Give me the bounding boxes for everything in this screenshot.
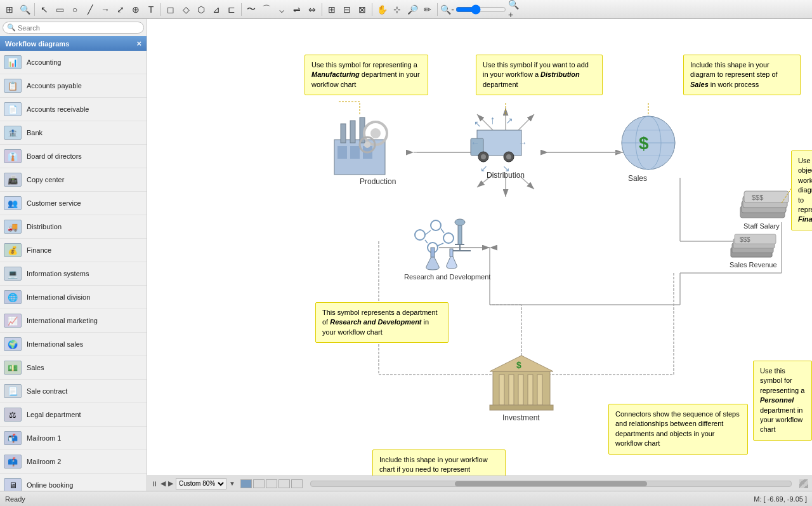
canvas-area[interactable]: Production ↑ ← → ↙ ↘ ↗ ↖ Distribu (147, 19, 812, 491)
svg-marker-95 (490, 356, 553, 371)
draw-tool-2[interactable]: ⌒ (259, 3, 273, 17)
list-item-information_systems[interactable]: 💻Information systems (0, 262, 147, 286)
draw-tool-3[interactable]: ⌵ (275, 3, 289, 17)
zoom-select[interactable]: Custom 80% 50% 75% 100% 125% 150% (176, 478, 226, 489)
list-item-online_booking[interactable]: 🖥Online booking (0, 474, 147, 491)
page-indicator-4[interactable] (278, 479, 290, 488)
ellipse-tool[interactable]: ○ (68, 3, 82, 17)
svg-text:Investment: Investment (502, 413, 540, 422)
svg-point-74 (431, 220, 441, 230)
svg-rect-28 (337, 146, 347, 159)
list-item-icon-legal_department: ⚖ (4, 406, 22, 423)
svg-rect-94 (537, 375, 542, 405)
svg-text:Research and Development: Research and Development (404, 273, 490, 281)
list-item-label-mailroom_1: Mailroom 1 (27, 434, 61, 442)
play-btn[interactable]: ⏸ (151, 480, 158, 488)
text-tool[interactable]: T (144, 3, 158, 17)
list-item-international_marketing[interactable]: 📈International marketing (0, 309, 147, 333)
status-bar: Ready M: [ -6.69, -9.05 ] (0, 491, 812, 506)
search-box[interactable]: 🔍 (3, 22, 144, 34)
svg-rect-31 (341, 124, 346, 143)
list-item-icon-information_systems: 💻 (4, 265, 22, 283)
h-scrollbar[interactable] (310, 481, 792, 487)
svg-text:Distribution: Distribution (487, 171, 525, 180)
list-item-international_division[interactable]: 🌐International division (0, 286, 147, 309)
pan-tool[interactable]: ✋ (375, 3, 389, 17)
list-item-copy_center[interactable]: 📠Copy center (0, 168, 147, 192)
shape-tool-1[interactable]: ◻ (164, 3, 178, 17)
tooltip-distribution: Use this symbol if you want to add in yo… (476, 55, 603, 95)
zoom-out-btn[interactable]: 🔍- (440, 3, 454, 17)
select-tool[interactable]: ⊹ (390, 3, 404, 17)
list-item-icon-online_booking: 🖥 (4, 476, 22, 491)
svg-text:Production: Production (360, 177, 396, 186)
page-indicator-2[interactable] (253, 479, 265, 488)
list-item-label-bank: Bank (27, 129, 43, 136)
shape-tool-5[interactable]: ⊏ (225, 3, 239, 17)
arrow-tool[interactable]: → (98, 3, 112, 17)
list-item-distribution[interactable]: 🚚Distribution (0, 215, 147, 239)
draw-tool-4[interactable]: ⇌ (290, 3, 304, 17)
draw-tool-5[interactable]: ⇔ (305, 3, 319, 17)
ready-label: Ready (5, 495, 25, 503)
group-tool-2[interactable]: ⊟ (340, 3, 354, 17)
waypoint-tool[interactable]: ⊕ (129, 3, 143, 17)
shape-tool-3[interactable]: ⬡ (194, 3, 208, 17)
svg-line-79 (438, 243, 443, 246)
search-btn[interactable]: 🔍 (18, 3, 32, 17)
list-item-bank[interactable]: 🏦Bank (0, 121, 147, 145)
draw-tool-1[interactable]: 〜 (244, 3, 258, 17)
shape-tool-2[interactable]: ◇ (179, 3, 193, 17)
svg-text:↖: ↖ (474, 119, 481, 129)
page-indicator-3[interactable] (266, 479, 277, 488)
svg-text:→: → (518, 138, 527, 148)
list-item-international_sales[interactable]: 🌍International sales (0, 333, 147, 356)
group-tool-1[interactable]: ⊞ (325, 3, 339, 17)
list-item-label-mailroom_2: Mailroom 2 (27, 458, 61, 465)
list-item-board_of_directors[interactable]: 👔Board of directors (0, 145, 147, 168)
group-tool-3[interactable]: ⊠ (355, 3, 369, 17)
svg-rect-93 (528, 375, 533, 405)
tooltip-research: This symbol represents a department of R… (315, 302, 449, 343)
list-item-icon-accounting: 📊 (4, 53, 22, 71)
page-indicator-5[interactable] (291, 479, 303, 488)
shape-tool-4[interactable]: ⊿ (209, 3, 223, 17)
list-item-icon-international_division: 🌐 (4, 288, 22, 306)
cursor-tool[interactable]: ↖ (37, 3, 51, 17)
svg-text:Sales: Sales (628, 174, 647, 183)
zoom-in-btn[interactable]: 🔍+ (508, 3, 521, 17)
connector-tool[interactable]: ⤢ (114, 3, 128, 17)
svg-point-73 (415, 230, 425, 240)
panel-title: Workflow diagrams (5, 40, 69, 48)
tooltip-finance: Use this object of workflow diagram to r… (791, 150, 812, 230)
list-item-legal_department[interactable]: ⚖Legal department (0, 403, 147, 427)
list-item-sales[interactable]: 💵Sales (0, 356, 147, 380)
zoom-slider[interactable] (455, 4, 506, 15)
zoom-tool[interactable]: 🔎 (405, 3, 419, 17)
prev-btn[interactable]: ◀ (160, 479, 166, 488)
page-indicator-1[interactable] (240, 479, 252, 488)
list-item-mailroom_2[interactable]: 📫Mailroom 2 (0, 450, 147, 474)
line-tool[interactable]: ╱ (83, 3, 97, 17)
list-item-icon-board_of_directors: 👔 (4, 147, 22, 165)
resize-handle[interactable] (799, 479, 808, 488)
list-item-accounting[interactable]: 📊Accounting (0, 51, 147, 74)
svg-line-78 (441, 229, 444, 233)
list-item-accounts_receivable[interactable]: 📄Accounts receivable (0, 98, 147, 121)
list-item-sale_contract[interactable]: 📃Sale contract (0, 380, 147, 403)
tooltip-sales: Include this shape in your diagram to re… (683, 55, 801, 95)
list-item-accounts_payable[interactable]: 📋Accounts payable (0, 74, 147, 98)
search-input[interactable] (18, 24, 140, 32)
rect-tool[interactable]: ▭ (53, 3, 67, 17)
list-item-mailroom_1[interactable]: 📬Mailroom 1 (0, 427, 147, 450)
pencil-tool[interactable]: ✏ (421, 3, 435, 17)
list-item-label-sales: Sales (27, 364, 44, 371)
list-item-label-accounts_payable: Accounts payable (27, 82, 82, 90)
next-btn[interactable]: ▶ (168, 479, 173, 488)
tooltip-personnel: Use this symbol for representing a Perso… (753, 361, 812, 441)
grid-view-btn[interactable]: ⊞ (3, 3, 16, 17)
svg-point-42 (481, 154, 486, 159)
list-item-customer_service[interactable]: 👥Customer service (0, 192, 147, 215)
close-panel-btn[interactable]: × (136, 39, 141, 48)
list-item-finance[interactable]: 💰Finance (0, 239, 147, 262)
